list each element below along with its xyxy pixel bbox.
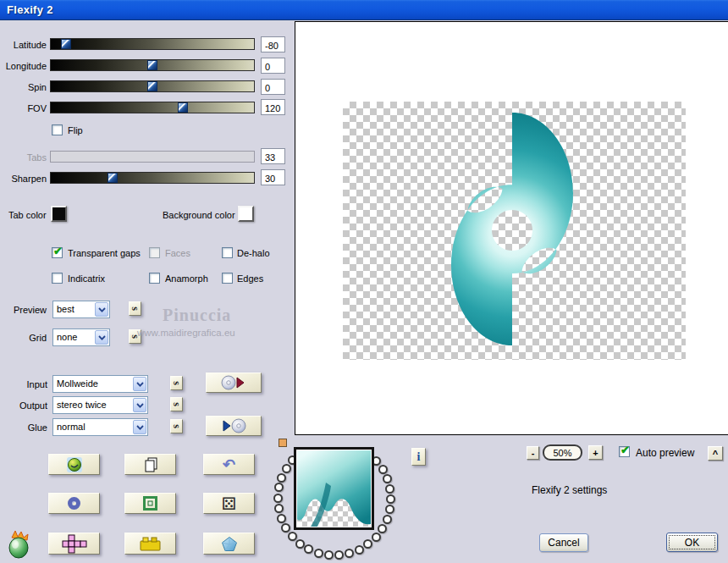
dice-button[interactable]: ⚄ [203, 493, 255, 514]
spin-value-input[interactable] [261, 79, 285, 95]
auto-preview-checkbox[interactable]: ✔ [619, 446, 630, 457]
output-projection-value: stereo twice [57, 400, 107, 410]
thumbnail-frame[interactable] [294, 447, 374, 530]
torus-button[interactable] [48, 493, 100, 514]
preview-s-button[interactable]: s [129, 301, 141, 316]
sharpen-slider-handle[interactable] [108, 173, 118, 183]
input-label: Input [0, 379, 47, 389]
spin-slider-handle[interactable] [147, 81, 157, 91]
play-cd-icon [221, 418, 246, 433]
output-label: Output [0, 400, 47, 411]
chevron-down-icon[interactable] [133, 398, 146, 412]
longitude-value-input[interactable] [261, 58, 285, 74]
edges-checkbox[interactable] [222, 273, 233, 284]
sharpen-slider[interactable] [50, 172, 255, 184]
longitude-slider[interactable] [50, 59, 255, 71]
grid-select[interactable]: none [52, 328, 110, 346]
flip-label: Flip [68, 125, 83, 135]
sharpen-value-input[interactable] [261, 169, 285, 185]
dial-dot [281, 523, 290, 533]
zoom-out-button[interactable]: - [527, 446, 539, 460]
chevron-down-icon[interactable] [95, 302, 108, 317]
cancel-button[interactable]: Cancel [539, 533, 588, 552]
input-projection-select[interactable]: Mollweide [52, 375, 148, 393]
latitude-slider[interactable] [50, 38, 255, 50]
input-s-button[interactable]: s [170, 376, 183, 390]
zoom-level-button[interactable]: 50% [543, 444, 582, 461]
grid-value: none [57, 332, 77, 342]
dial-dot [324, 550, 334, 560]
sharpen-label: Sharpen [0, 174, 47, 184]
check-icon: ✔ [53, 245, 63, 257]
fov-value-input[interactable] [261, 99, 285, 115]
copy-button[interactable] [124, 454, 176, 475]
brick-button[interactable] [124, 533, 176, 555]
crystal-pentagon-icon [221, 536, 238, 552]
dial-dot [385, 505, 394, 514]
dial-dot [363, 539, 372, 549]
dial-dot [378, 465, 388, 474]
zoom-level-value: 50% [553, 448, 571, 458]
output-s-button[interactable]: s [170, 397, 183, 411]
unfold-button[interactable] [48, 533, 100, 555]
dial-dot [282, 464, 291, 473]
fov-label: FOV [0, 103, 47, 113]
watermark-name: Pinuccia [163, 306, 231, 325]
dial-dot [274, 504, 284, 513]
about-button[interactable] [48, 454, 100, 475]
thumbnail-shape [297, 450, 371, 527]
dial-dot [385, 484, 394, 494]
background-color-swatch[interactable] [238, 206, 254, 222]
fov-slider-handle[interactable] [178, 102, 188, 113]
dial-marker [279, 439, 287, 447]
zoom-in-button[interactable]: + [588, 445, 603, 460]
glue-select[interactable]: normal [52, 418, 148, 436]
faces-label: Faces [165, 248, 190, 258]
save-settings-button[interactable] [206, 416, 262, 436]
dial-dot [314, 549, 323, 558]
undo-button[interactable]: ↶ [203, 454, 255, 475]
thumbnail-checkerboard [297, 450, 371, 527]
output-projection-select[interactable]: stereo twice [52, 396, 148, 414]
indicatrix-checkbox[interactable] [52, 273, 63, 284]
glue-label: Glue [0, 422, 47, 433]
dial-dot [277, 473, 286, 483]
frame-button[interactable] [124, 493, 176, 514]
longitude-slider-handle[interactable] [147, 60, 157, 70]
caret-up-icon: ^ [713, 449, 718, 459]
chevron-down-icon[interactable] [133, 377, 146, 391]
tab-color-label: Tab color [8, 210, 47, 220]
load-settings-button[interactable] [206, 373, 262, 393]
anamorph-checkbox[interactable] [149, 273, 160, 284]
anamorph-label: Anamorph [165, 273, 208, 284]
titlebar[interactable]: Flexify 2 [0, 0, 728, 20]
auto-preview-label: Auto preview [636, 447, 694, 459]
latitude-value-input[interactable] [261, 36, 285, 52]
glue-s-button[interactable]: s [170, 419, 183, 433]
flip-checkbox[interactable] [52, 124, 63, 135]
chevron-down-icon[interactable] [95, 330, 108, 345]
chevron-down-icon[interactable] [133, 420, 146, 434]
dial-dot [383, 474, 392, 483]
preview-mode-select[interactable]: best [52, 301, 110, 318]
info-button[interactable]: i [411, 448, 426, 466]
dial-dot [304, 544, 313, 554]
preview-shape [448, 107, 576, 347]
edges-label: Edges [237, 273, 263, 284]
dial-dot [345, 549, 354, 558]
spin-slider[interactable] [50, 80, 255, 92]
de-halo-checkbox[interactable] [222, 247, 233, 258]
minus-icon: - [532, 448, 535, 458]
square-frame-icon [143, 496, 157, 511]
tabs-value-input[interactable] [261, 148, 285, 164]
dial-dot [288, 532, 297, 541]
transparent-gaps-label: Transparent gaps [68, 248, 141, 258]
tab-color-swatch[interactable] [51, 206, 67, 222]
fov-slider[interactable] [50, 102, 255, 113]
crystal-button[interactable] [203, 533, 255, 555]
collapse-button[interactable]: ^ [708, 446, 723, 461]
undo-icon: ↶ [223, 457, 235, 472]
transparent-gaps-checkbox[interactable]: ✔ [52, 247, 63, 258]
latitude-slider-handle[interactable] [61, 39, 71, 49]
ok-button[interactable]: OK [666, 533, 718, 552]
